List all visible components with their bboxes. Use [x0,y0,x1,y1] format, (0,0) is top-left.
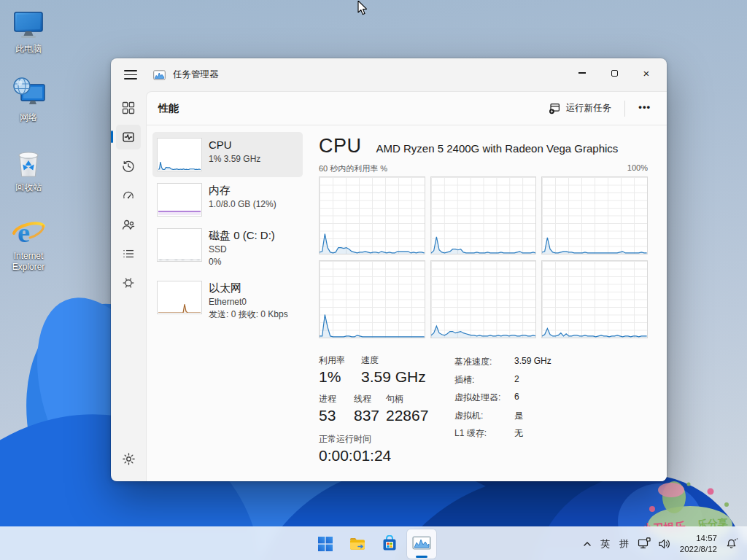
sidebar-item-app-history[interactable] [116,154,141,179]
perf-item-detail: 1% 3.59 GHz [209,153,260,166]
internet-explorer-icon: e [11,214,46,249]
chart-axis-label: 60 秒内的利用率 % [319,163,387,174]
disk-thumbnail-chart [157,228,202,262]
speed-value: 3.59 GHz [361,368,426,386]
volume-tray-button[interactable] [654,529,675,559]
microsoft-store-icon [381,535,398,553]
ime-language-button[interactable]: 英 [596,529,615,559]
network-icon [11,76,46,111]
chevron-up-icon [582,540,592,548]
desktop-icon-label: 回收站 [0,182,57,193]
desktop-icon-label: Internet Explorer [0,251,57,273]
detail-label: 虚拟处理器: [454,392,514,404]
hamburger-menu-icon[interactable] [120,66,142,85]
logical-processor-charts [319,176,648,338]
perf-item-name: 磁盘 0 (C: D:) [209,229,275,242]
stat-label: 线程 [354,393,386,405]
network-tray-button[interactable] [634,529,654,559]
toolbar: 性能 运行新任务 ••• [147,92,667,125]
clock[interactable]: 14:57 2022/8/12 [675,533,722,555]
performance-list: CPU 1% 3.59 GHz 内存 1.0/8.0 GB (12%) [147,126,307,481]
detail-label: L1 缓存: [454,427,514,440]
perf-item-detail: SSD [209,244,275,256]
tray-time: 14:57 [680,533,717,544]
sidebar-item-performance[interactable] [116,125,141,149]
cpu-stats-left: 利用率 1% 速度 3.59 GHz 进程 [319,354,454,464]
perf-item-detail: 1.0/8.0 GB (12%) [209,198,276,211]
stat-label: 进程 [319,393,354,405]
focus-assist-bell-icon: z z [726,537,739,550]
gear-icon [122,452,136,466]
active-indicator [416,556,427,558]
sidebar-item-settings[interactable] [116,446,141,471]
sidebar-item-users[interactable] [116,212,141,237]
ethernet-thumbnail-chart [157,281,202,314]
perf-item-ethernet[interactable]: 以太网 Ethernet0 发送: 0 接收: 0 Kbps [152,275,303,327]
sidebar-item-services[interactable] [116,271,141,295]
desktop-icon-label: 此电脑 [0,44,57,55]
users-icon [122,218,135,231]
services-icon [122,276,135,289]
cpu-title: CPU [319,135,362,158]
ime-lang-label: 英 [600,537,610,551]
core-chart [541,176,648,254]
perf-item-disk[interactable]: 磁盘 0 (C: D:) SSD 0% [152,222,303,275]
run-new-task-label: 运行新任务 [566,102,612,114]
chart-max-label: 100% [627,163,648,174]
processes-icon [122,101,135,114]
start-button[interactable] [311,529,340,559]
detail-label: 虚拟机: [454,410,514,422]
task-manager-app-icon [153,69,166,81]
memory-thumbnail-chart [157,183,202,217]
detail-value: 3.59 GHz [514,356,551,368]
sidebar-item-details[interactable] [116,241,141,266]
window-title: 任务管理器 [173,69,219,81]
tray-chevron-button[interactable] [578,529,596,559]
content-panel: 性能 运行新任务 ••• [146,91,667,481]
desktop-icon-recycle-bin[interactable]: 回收站 [0,146,57,193]
speaker-icon [658,538,671,550]
file-explorer-button[interactable] [343,529,372,559]
perf-item-memory[interactable]: 内存 1.0/8.0 GB (12%) [152,177,303,222]
desktop-icon-this-pc[interactable]: 此电脑 [0,7,57,55]
detail-value: 2 [514,374,519,386]
task-manager-window: 任务管理器 × [111,58,667,481]
perf-item-detail: Ethernet0 [209,296,288,308]
file-explorer-icon [349,535,366,553]
desktop-icon-network[interactable]: 网络 [0,76,57,123]
ellipsis-icon: ••• [638,101,651,112]
windows-logo-icon [317,536,333,552]
recycle-bin-icon [11,146,46,181]
perf-item-detail: 0% [209,256,275,268]
sidebar-item-processes[interactable] [116,96,141,120]
desktop-icon-internet-explorer[interactable]: e Internet Explorer [0,214,57,273]
focus-assist-button[interactable]: z z [722,529,743,559]
sidebar-item-startup-apps[interactable] [116,183,141,208]
core-chart [430,260,537,338]
detail-value: 是 [514,410,523,422]
core-chart [319,260,425,338]
processes-value: 53 [319,407,354,424]
more-options-button[interactable]: ••• [631,98,658,118]
mouse-cursor [357,1,369,17]
maximize-button[interactable] [598,58,630,88]
titlebar[interactable]: 任务管理器 × [111,58,667,91]
perf-item-cpu[interactable]: CPU 1% 3.59 GHz [152,132,303,177]
microsoft-store-button[interactable] [375,529,404,559]
this-pc-icon [11,7,46,42]
close-button[interactable]: × [630,58,662,88]
cpu-thumbnail-chart [157,138,202,171]
minimize-icon [578,72,586,73]
cpu-model: AMD Ryzen 5 2400G with Radeon Vega Graph… [376,142,619,155]
ime-mode-button[interactable]: 拼 [615,529,634,559]
task-manager-taskbar-button[interactable] [407,529,436,559]
minimize-button[interactable] [566,58,598,88]
perf-item-name: CPU [209,139,260,152]
details-list-icon [122,247,135,260]
toolbar-divider [624,101,625,117]
perf-item-name: 内存 [209,184,276,197]
run-new-task-button[interactable]: 运行新任务 [541,97,619,120]
core-chart [541,260,648,338]
detail-label: 插槽: [454,374,514,386]
speedometer-icon [122,189,135,202]
